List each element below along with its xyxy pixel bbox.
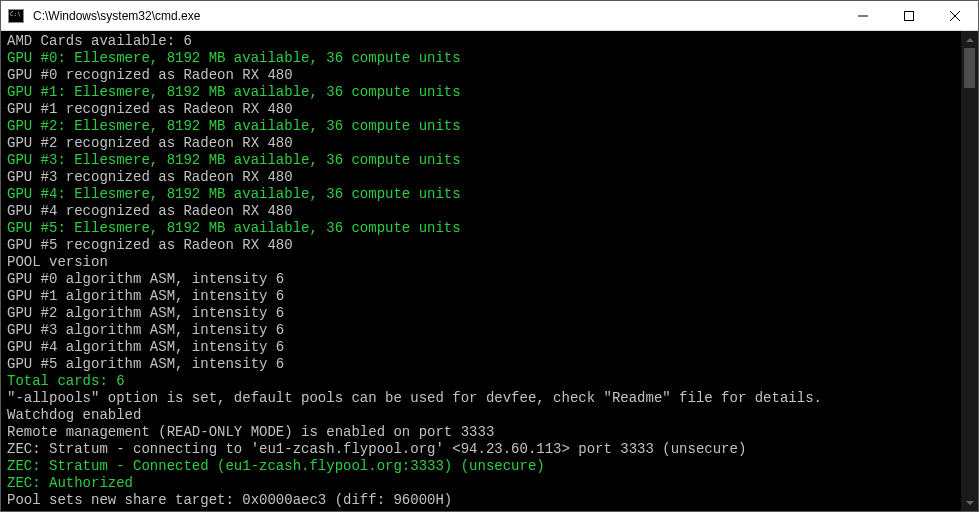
terminal-line: GPU #4 recognized as Radeon RX 480: [7, 203, 961, 220]
scroll-down-button[interactable]: [961, 494, 978, 511]
terminal-line: GPU #5 recognized as Radeon RX 480: [7, 237, 961, 254]
terminal-line: GPU #3: Ellesmere, 8192 MB available, 36…: [7, 152, 961, 169]
chevron-down-icon: [966, 501, 974, 505]
terminal-line: Total cards: 6: [7, 373, 961, 390]
terminal-line: GPU #4 algorithm ASM, intensity 6: [7, 339, 961, 356]
terminal-line: GPU #2 algorithm ASM, intensity 6: [7, 305, 961, 322]
scroll-thumb[interactable]: [964, 48, 975, 88]
terminal-line: GPU #1 recognized as Radeon RX 480: [7, 101, 961, 118]
terminal-line: GPU #3 algorithm ASM, intensity 6: [7, 322, 961, 339]
terminal-line: GPU #5: Ellesmere, 8192 MB available, 36…: [7, 220, 961, 237]
terminal-line: GPU #2: Ellesmere, 8192 MB available, 36…: [7, 118, 961, 135]
terminal-output[interactable]: AMD Cards available: 6GPU #0: Ellesmere,…: [1, 31, 961, 511]
command-prompt-window: C:\Windows\system32\cmd.exe AMD Cards av…: [0, 0, 979, 512]
terminal-line: POOL version: [7, 254, 961, 271]
maximize-icon: [904, 11, 914, 21]
terminal-line: GPU #0 recognized as Radeon RX 480: [7, 67, 961, 84]
minimize-button[interactable]: [840, 1, 886, 30]
terminal-line: GPU #5 algorithm ASM, intensity 6: [7, 356, 961, 373]
terminal-line: GPU #0: Ellesmere, 8192 MB available, 36…: [7, 50, 961, 67]
terminal-line: GPU #0 algorithm ASM, intensity 6: [7, 271, 961, 288]
terminal-line: GPU #2 recognized as Radeon RX 480: [7, 135, 961, 152]
terminal-line: Remote management (READ-ONLY MODE) is en…: [7, 424, 961, 441]
terminal-line: GPU #3 recognized as Radeon RX 480: [7, 169, 961, 186]
svg-rect-1: [905, 11, 914, 20]
close-button[interactable]: [932, 1, 978, 30]
scroll-up-button[interactable]: [961, 31, 978, 48]
chevron-up-icon: [966, 38, 974, 42]
terminal-line: GPU #4: Ellesmere, 8192 MB available, 36…: [7, 186, 961, 203]
terminal-area: AMD Cards available: 6GPU #0: Ellesmere,…: [1, 31, 978, 511]
terminal-line: Watchdog enabled: [7, 407, 961, 424]
close-icon: [950, 11, 960, 21]
terminal-line: ZEC: Stratum - connecting to 'eu1-zcash.…: [7, 441, 961, 458]
app-icon: [1, 1, 31, 31]
terminal-line: AMD Cards available: 6: [7, 33, 961, 50]
terminal-line: ZEC: Stratum - Connected (eu1-zcash.flyp…: [7, 458, 961, 475]
terminal-line: GPU #1: Ellesmere, 8192 MB available, 36…: [7, 84, 961, 101]
scrollbar-vertical[interactable]: [961, 31, 978, 511]
window-title: C:\Windows\system32\cmd.exe: [31, 9, 840, 23]
terminal-line: ZEC: Authorized: [7, 475, 961, 492]
terminal-line: "-allpools" option is set, default pools…: [7, 390, 961, 407]
terminal-line: GPU #1 algorithm ASM, intensity 6: [7, 288, 961, 305]
minimize-icon: [858, 11, 868, 21]
maximize-button[interactable]: [886, 1, 932, 30]
window-controls: [840, 1, 978, 30]
cmd-icon: [8, 9, 24, 23]
titlebar[interactable]: C:\Windows\system32\cmd.exe: [1, 1, 978, 31]
terminal-line: Pool sets new share target: 0x0000aec3 (…: [7, 492, 961, 509]
